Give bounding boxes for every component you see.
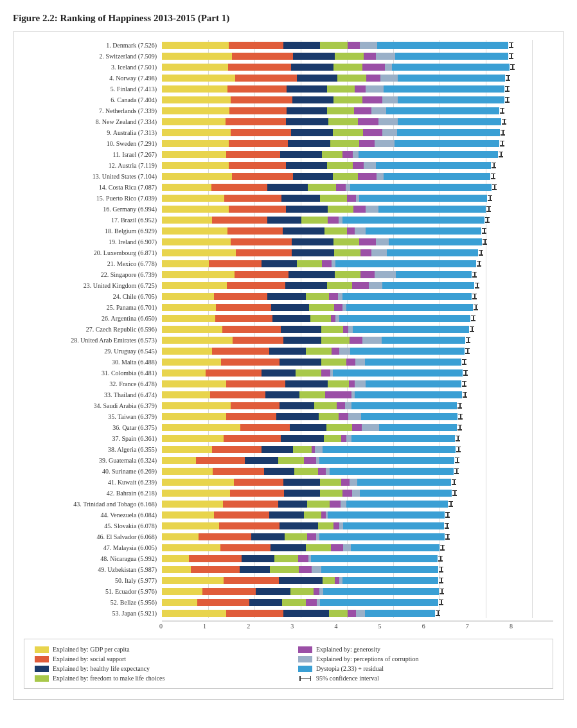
table-row: 24. Chile (6.705) (24, 291, 553, 301)
gdp-segment (162, 162, 229, 169)
generosity-segment (331, 315, 335, 322)
error-bar (457, 402, 462, 409)
generosity-segment (358, 118, 378, 125)
gdp-segment (162, 599, 197, 606)
generosity-segment (325, 391, 351, 398)
country-label: 2. Switzerland (7.509) (24, 53, 162, 60)
gdp-segment (162, 140, 229, 147)
social-segment (211, 184, 267, 191)
generosity-segment (366, 75, 380, 82)
generosity-segment (358, 173, 377, 180)
gdp-segment (162, 588, 202, 595)
gdp-segment (162, 555, 189, 562)
corruption-segment (339, 348, 350, 355)
legend-color-box (298, 666, 312, 672)
error-bar (482, 227, 486, 235)
freedom-segment (328, 118, 358, 125)
error-bar (472, 293, 477, 300)
error-bar (439, 566, 443, 573)
social-segment (234, 479, 283, 486)
freedom-segment (323, 577, 335, 584)
error-bar (500, 107, 504, 114)
dystopia-segment (384, 85, 504, 93)
table-row: 27. Czech Republic (6.596) (24, 324, 553, 334)
social-segment (232, 53, 293, 60)
social-segment (212, 446, 262, 453)
generosity-segment (349, 380, 355, 387)
corruption-segment (360, 42, 377, 49)
social-segment (229, 140, 288, 147)
freedom-segment (335, 53, 364, 60)
country-label: 19. Ireland (6.907) (24, 238, 162, 245)
corruption-segment (377, 173, 384, 180)
health-segment (283, 610, 329, 617)
country-label: 15. Puerto Rico (7.039) (24, 195, 162, 202)
freedom-segment (310, 315, 331, 322)
health-segment (272, 315, 310, 322)
generosity-segment (335, 577, 339, 584)
corruption-segment (364, 162, 376, 169)
gdp-segment (162, 326, 222, 333)
generosity-segment (348, 610, 356, 617)
generosity-segment (360, 249, 371, 256)
generosity-segment (314, 588, 319, 595)
social-segment (189, 555, 242, 562)
legend-label: 95% confidence interval (316, 675, 379, 682)
dystopia-segment (342, 217, 484, 224)
gdp-segment (162, 195, 224, 202)
health-segment (291, 64, 333, 71)
health-segment (283, 337, 321, 344)
country-label: 52. Belize (5.956) (24, 599, 162, 606)
dystopia-segment (311, 555, 438, 562)
table-row: 41. Kuwait (6.239) (24, 477, 553, 487)
social-segment (212, 217, 267, 224)
freedom-segment (333, 238, 359, 245)
social-segment (214, 511, 269, 519)
country-label: 44. Venezuela (6.084) (24, 511, 162, 519)
health-segment (281, 195, 320, 202)
dystopia-segment (382, 337, 465, 344)
corruption-segment (355, 380, 366, 387)
country-label: 29. Uruguay (6.545) (24, 348, 162, 355)
social-segment (226, 610, 283, 617)
dystopia-segment (397, 129, 500, 136)
country-label: 48. Nicaragua (5.992) (24, 555, 162, 562)
generosity-segment (330, 501, 341, 508)
social-segment (191, 566, 240, 573)
dystopia-segment (379, 424, 457, 431)
dystopia-segment (353, 326, 469, 333)
generosity-segment (350, 337, 362, 344)
corruption-segment (355, 227, 366, 235)
health-segment (292, 249, 334, 256)
error-bar (465, 348, 470, 355)
table-row: 8. New Zealand (7.334) (24, 116, 553, 127)
table-row: 36. Qatar (6.375) (24, 422, 553, 432)
table-row: 1. Denmark (7.526) (24, 40, 553, 50)
social-segment (223, 501, 278, 508)
legend-item: 95% confidence interval (298, 675, 542, 682)
health-segment (262, 369, 296, 377)
freedom-segment (322, 151, 342, 158)
generosity-segment (329, 293, 338, 300)
generosity-segment (331, 544, 343, 551)
dystopia-segment (319, 533, 445, 540)
table-row: 49. Uzbekistan (5.987) (24, 564, 553, 574)
error-bar (456, 446, 461, 453)
legend-item: Explained by: healthy life expectancy (35, 665, 279, 672)
legend-item: Explained by: social support (35, 655, 279, 662)
table-row: 12. Austria (7.119) (24, 160, 553, 170)
country-label: 21. Mexico (6.778) (24, 260, 162, 267)
social-segment (219, 522, 280, 529)
social-segment (231, 129, 291, 136)
legend-label: Explained by: social support (53, 655, 126, 662)
country-label: 7. Netherlands (7.339) (24, 107, 162, 114)
corruption-segment (341, 501, 346, 508)
table-row: 28. United Arab Emirates (6.573) (24, 335, 553, 345)
country-label: 5. Finland (7.413) (24, 85, 162, 93)
table-row: 50. Italy (5.977) (24, 575, 553, 585)
error-bar (439, 588, 444, 595)
social-segment (212, 348, 269, 355)
country-label: 50. Italy (5.977) (24, 577, 162, 584)
freedom-segment (337, 75, 366, 82)
error-bar (445, 522, 449, 529)
